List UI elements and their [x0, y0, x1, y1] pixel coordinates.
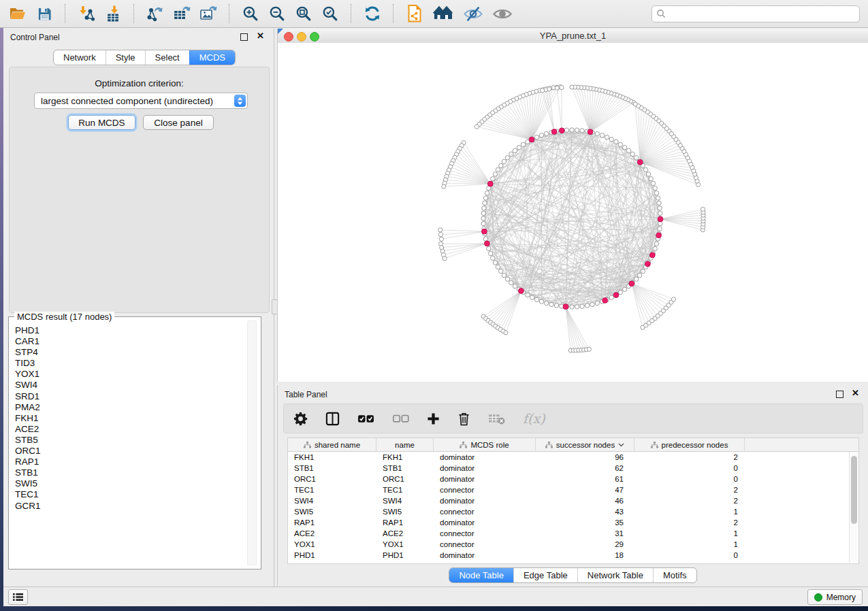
mcds-node[interactable]	[649, 252, 655, 258]
ring-node[interactable]	[637, 273, 641, 277]
network-titlebar[interactable]: YPA_prune.txt_1	[278, 29, 868, 44]
tab-network[interactable]: Network	[54, 50, 106, 65]
ring-node[interactable]	[651, 181, 655, 185]
import-network-icon[interactable]	[76, 3, 97, 24]
save-session-icon[interactable]	[33, 3, 55, 24]
table-row[interactable]: TEC1TEC1connector472	[288, 484, 858, 495]
mcds-result-item[interactable]: SRD1	[15, 391, 244, 402]
ring-node[interactable]	[488, 251, 492, 255]
ring-node[interactable]	[505, 156, 509, 160]
mcds-result-item[interactable]: SWI5	[15, 478, 244, 489]
table-row[interactable]: PHD1PHD1dominator180	[288, 550, 858, 561]
deselect-all-checkboxes-icon[interactable]	[392, 414, 409, 424]
mcds-node[interactable]	[551, 129, 557, 135]
ring-node[interactable]	[580, 304, 584, 308]
ring-node[interactable]	[483, 196, 487, 200]
mcds-result-item[interactable]: PMA2	[15, 402, 244, 413]
ring-node[interactable]	[585, 303, 589, 308]
mcds-result-item[interactable]: PHD1	[15, 325, 244, 336]
leaf-node[interactable]	[570, 85, 574, 89]
ring-node[interactable]	[657, 201, 661, 205]
ring-node[interactable]	[509, 152, 513, 156]
network-canvas[interactable]	[278, 43, 868, 382]
ring-node[interactable]	[513, 284, 517, 288]
criterion-select[interactable]: largest connected component (undirected)	[34, 93, 248, 109]
tab-select[interactable]: Select	[145, 50, 189, 65]
leaf-node[interactable]	[587, 347, 591, 351]
mcds-node[interactable]	[637, 159, 643, 165]
ring-node[interactable]	[530, 295, 534, 299]
mcds-node[interactable]	[482, 229, 487, 234]
zoom-in-icon[interactable]	[240, 3, 261, 24]
leaf-node[interactable]	[438, 228, 443, 232]
ring-node[interactable]	[575, 128, 579, 132]
add-row-icon[interactable]	[427, 412, 440, 425]
mcds-result-item[interactable]: FKH1	[15, 413, 244, 424]
ring-node[interactable]	[481, 221, 485, 225]
tab-node-table[interactable]: Node Table	[449, 568, 513, 582]
ring-node[interactable]	[605, 135, 609, 139]
zoom-fit-icon[interactable]	[293, 3, 315, 24]
close-panel-icon[interactable]: ✕	[257, 31, 264, 41]
float-panel-icon[interactable]	[240, 33, 248, 41]
ring-node[interactable]	[487, 246, 491, 250]
column-header[interactable]: predecessor nodes	[634, 438, 745, 451]
mcds-result-item[interactable]: GCR1	[15, 501, 244, 512]
mcds-list-scrollbar[interactable]	[247, 320, 257, 565]
ring-node[interactable]	[534, 297, 539, 301]
export-table-icon[interactable]	[171, 3, 193, 24]
table-row[interactable]: ORC1ORC1dominator610	[288, 474, 858, 484]
ring-node[interactable]	[641, 269, 645, 273]
close-panel-icon[interactable]: ✕	[852, 389, 859, 398]
leaf-node[interactable]	[475, 125, 479, 129]
show-column-icon[interactable]	[325, 412, 340, 426]
ring-node[interactable]	[493, 261, 497, 265]
mcds-node[interactable]	[485, 241, 490, 246]
ring-node[interactable]	[618, 142, 622, 146]
ring-node[interactable]	[575, 305, 579, 309]
ring-node[interactable]	[485, 191, 489, 195]
column-header[interactable]: name	[376, 438, 434, 451]
ring-node[interactable]	[614, 139, 618, 144]
mcds-result-item[interactable]: TID3	[15, 358, 244, 369]
column-header[interactable]: successor nodes	[536, 438, 634, 451]
ring-node[interactable]	[526, 293, 530, 297]
ring-node[interactable]	[545, 131, 549, 135]
ring-node[interactable]	[654, 191, 658, 195]
ring-node[interactable]	[499, 163, 503, 167]
tab-network-table[interactable]: Network Table	[577, 568, 653, 582]
leaf-node[interactable]	[701, 207, 705, 211]
export-network-icon[interactable]	[144, 3, 166, 24]
tab-motifs[interactable]: Motifs	[653, 568, 696, 582]
tab-mcds[interactable]: MCDS	[189, 50, 235, 65]
mcds-node[interactable]	[629, 281, 634, 286]
ring-node[interactable]	[534, 135, 539, 139]
ring-node[interactable]	[496, 265, 500, 269]
houses-icon[interactable]	[430, 3, 456, 24]
table-scrollbar[interactable]	[849, 452, 858, 563]
ring-node[interactable]	[643, 167, 647, 171]
mcds-result-item[interactable]: TEC1	[15, 489, 244, 500]
ring-node[interactable]	[622, 146, 626, 150]
leaf-node[interactable]	[671, 297, 675, 301]
mcds-node[interactable]	[658, 216, 663, 222]
tab-edge-table[interactable]: Edge Table	[513, 568, 577, 582]
ring-node[interactable]	[482, 206, 486, 210]
ring-node[interactable]	[595, 131, 599, 135]
mcds-node[interactable]	[613, 293, 619, 298]
ring-node[interactable]	[505, 277, 509, 281]
leaf-node[interactable]	[541, 88, 545, 93]
export-image-icon[interactable]	[197, 3, 219, 24]
open-session-icon[interactable]	[7, 3, 29, 24]
mcds-node[interactable]	[529, 137, 534, 142]
ring-node[interactable]	[609, 137, 613, 142]
ring-node[interactable]	[483, 201, 487, 205]
share-network-document-icon[interactable]	[404, 3, 425, 24]
ring-node[interactable]	[564, 128, 568, 132]
show-eye-icon[interactable]	[490, 3, 515, 24]
ring-node[interactable]	[483, 237, 487, 241]
search-input[interactable]	[669, 7, 855, 20]
ring-node[interactable]	[653, 186, 657, 190]
ring-node[interactable]	[658, 206, 662, 210]
ring-node[interactable]	[609, 295, 613, 299]
